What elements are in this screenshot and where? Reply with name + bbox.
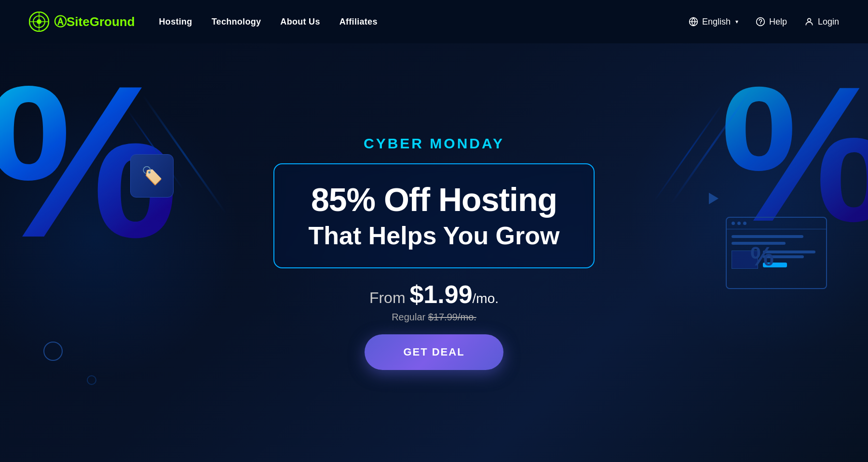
nav-link-technology[interactable]: Technology (212, 17, 261, 26)
decor-line-left-2 (127, 109, 183, 189)
decor-line-left-1 (142, 94, 226, 214)
login-link[interactable]: Login (804, 17, 839, 27)
nav-link-about-us[interactable]: About Us (280, 17, 320, 26)
browser-content (727, 229, 826, 275)
small-percent-right: % (750, 241, 774, 272)
circle-decor-left-1 (43, 342, 63, 361)
price-value: $1.99 (409, 280, 472, 308)
browser-line-2 (732, 242, 786, 245)
logo-icon (29, 12, 49, 32)
promo-box: 85% Off Hosting That Helps You Grow (273, 163, 594, 269)
right-percent-symbol: % (720, 58, 868, 251)
price-main: From $1.99/mo. (369, 280, 499, 309)
price-row: From $1.99/mo. Regular $17.99/mo. (369, 280, 499, 323)
svg-point-6 (760, 23, 761, 24)
browser-dot-3 (743, 222, 746, 225)
get-deal-button[interactable]: GET DEAL (365, 334, 503, 370)
regular-price-row: Regular $17.99/mo. (392, 312, 476, 323)
decor-line-right-1 (670, 85, 755, 204)
left-percent-symbol: % (0, 53, 178, 270)
browser-dot-2 (737, 222, 741, 225)
coupon-decoration: 🏷️ (130, 154, 174, 198)
browser-bottom-row (732, 251, 821, 269)
nav-link-affiliates[interactable]: Affiliates (339, 17, 378, 26)
price-prefix: From (369, 289, 406, 306)
glow-left (0, 92, 241, 381)
nav-item-about-us[interactable]: About Us (280, 17, 320, 27)
browser-line-4 (763, 255, 804, 258)
promo-headline: 85% Off Hosting (308, 182, 559, 218)
nav-item-technology[interactable]: Technology (212, 17, 261, 27)
login-label: Login (818, 17, 839, 27)
help-link[interactable]: Help (756, 17, 787, 27)
logo[interactable]: ⒶSiteGround (29, 12, 135, 32)
hero-content: CYBER MONDAY 85% Off Hosting That Helps … (273, 135, 594, 370)
nav-item-hosting[interactable]: Hosting (159, 17, 192, 27)
nav-item-affiliates[interactable]: Affiliates (339, 17, 378, 27)
hero-section: % % 🏷️ (0, 43, 868, 462)
logo-text: ⒶSiteGround (54, 13, 135, 30)
browser-line-3 (763, 251, 815, 253)
browser-cta (763, 263, 787, 267)
triangle-decoration (709, 193, 719, 204)
user-icon (804, 17, 814, 26)
chevron-down-icon: ▾ (735, 18, 738, 25)
language-label: English (702, 17, 731, 27)
help-icon (756, 17, 765, 26)
price-period: /mo. (473, 291, 499, 306)
nav-link-hosting[interactable]: Hosting (159, 17, 192, 26)
browser-line-1 (732, 235, 803, 238)
regular-price: $17.99/mo. (428, 312, 476, 322)
browser-text-lines (763, 251, 821, 269)
nav-left: ⒶSiteGround Hosting Technology About Us … (29, 12, 378, 32)
browser-image-block (732, 251, 758, 269)
nav-right: English ▾ Help Login (689, 17, 839, 27)
regular-label: Regular (392, 312, 425, 322)
browser-dot-1 (732, 222, 735, 225)
nav-links: Hosting Technology About Us Affiliates (159, 17, 378, 27)
translate-icon (689, 17, 698, 26)
circle-decor-left-2 (87, 375, 96, 385)
language-selector[interactable]: English ▾ (689, 17, 738, 27)
help-label: Help (769, 17, 787, 27)
event-label: CYBER MONDAY (364, 135, 504, 152)
browser-decoration (726, 217, 827, 289)
browser-dots (727, 218, 826, 229)
svg-point-7 (808, 18, 811, 22)
promo-subheadline: That Helps You Grow (308, 221, 559, 250)
decor-line-right-2 (654, 102, 724, 202)
navbar: ⒶSiteGround Hosting Technology About Us … (0, 0, 868, 43)
glow-right (627, 67, 868, 356)
